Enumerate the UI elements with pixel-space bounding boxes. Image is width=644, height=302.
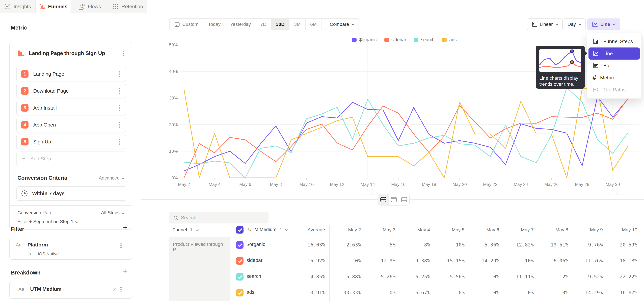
table-view-icon xyxy=(401,197,408,203)
value-cell: 33.33% xyxy=(327,290,361,296)
range-30d[interactable]: 30D xyxy=(271,19,289,30)
table-row[interactable]: search14.85%5.88%5.26%6.25%5.56%0%11.11%… xyxy=(235,269,644,285)
menu-item-line[interactable]: Line xyxy=(588,48,640,60)
range-today[interactable]: Today xyxy=(203,19,226,30)
range-custom[interactable]: Custom xyxy=(170,19,203,30)
value-cell: 0% xyxy=(431,290,464,296)
legend-item-organic[interactable]: $organic xyxy=(352,37,377,42)
row-checkbox[interactable] xyxy=(236,257,244,264)
svg-text:May 18: May 18 xyxy=(422,182,436,187)
search-input[interactable] xyxy=(181,215,262,220)
clock-icon xyxy=(22,190,28,196)
row-checkbox[interactable] xyxy=(236,289,244,296)
breakdown-kebab-icon[interactable] xyxy=(120,287,122,292)
table-search[interactable] xyxy=(169,212,268,224)
average-cell: 13.91% xyxy=(292,290,325,296)
svg-text:0%: 0% xyxy=(172,175,178,180)
funnel-step-2[interactable]: 2 Download Page xyxy=(16,84,126,98)
scale-dropdown[interactable]: Linear xyxy=(527,18,563,30)
value-cell: 15.15% xyxy=(431,258,464,264)
legend-item-sidebar[interactable]: sidebar xyxy=(384,37,406,42)
step-kebab-icon[interactable] xyxy=(119,122,121,128)
step-kebab-icon[interactable] xyxy=(119,88,121,94)
funnel-step-1[interactable]: 1 Landing Page xyxy=(16,67,126,81)
filter-value[interactable]: iOS Native xyxy=(38,251,59,256)
chart-view-icon xyxy=(390,197,397,203)
tab-insights[interactable]: Insights xyxy=(0,0,36,13)
funnel-step-5[interactable]: 5 Sign Up xyxy=(16,134,126,149)
legend-item-ads[interactable]: ads xyxy=(442,37,457,42)
funnel-step-4[interactable]: 4 App Open xyxy=(16,118,126,132)
remove-breakdown-icon[interactable] xyxy=(112,286,117,292)
app-tab-bar: Insights Funnels Flows Retention xyxy=(0,0,147,13)
step-number-badge: 4 xyxy=(21,121,28,128)
table-view-toggle[interactable] xyxy=(399,194,410,205)
date-column-header: May 2 xyxy=(327,227,361,232)
search-icon xyxy=(174,216,177,220)
tab-funnels[interactable]: Funnels xyxy=(36,0,71,13)
drag-handle-icon[interactable] xyxy=(12,288,16,290)
value-cell: 10% xyxy=(431,242,464,248)
value-cell: 20.59% xyxy=(604,242,637,248)
chart-type-dropdown[interactable]: Line xyxy=(587,18,620,30)
chart-view-toggle[interactable] xyxy=(388,194,399,205)
filter-operator[interactable]: Is xyxy=(28,251,31,256)
step-number-badge: 3 xyxy=(21,104,28,112)
filter-segment-dropdown[interactable]: Filter + Segment on Step 1 xyxy=(18,219,78,224)
svg-text:May 12: May 12 xyxy=(330,182,344,187)
split-view-toggle[interactable] xyxy=(378,194,388,205)
step-kebab-icon[interactable] xyxy=(119,71,121,77)
value-cell: 0% xyxy=(535,290,568,296)
menu-item-bar[interactable]: Bar xyxy=(588,60,640,72)
funnel-step-3[interactable]: 3 App Install xyxy=(16,101,126,115)
step-kebab-icon[interactable] xyxy=(119,139,121,144)
granularity-dropdown[interactable]: Day xyxy=(563,18,586,30)
linear-scale-icon xyxy=(532,22,537,27)
row-checkbox[interactable] xyxy=(236,273,244,280)
breakdown-card[interactable]: Aa UTM Medium xyxy=(10,281,132,299)
tab-flows[interactable]: Flows xyxy=(71,0,108,13)
conversion-rate-label: Conversion Rate xyxy=(18,210,52,216)
table-row[interactable]: ads13.91%33.33%0%16.67%0%0%0%0%14.29%16.… xyxy=(235,285,644,301)
step-kebab-icon[interactable] xyxy=(119,105,121,111)
add-breakdown-button[interactable]: + xyxy=(122,268,129,275)
compare-button[interactable]: Compare xyxy=(325,18,359,30)
filter-card[interactable]: Aa Platform Is iOS Native xyxy=(10,238,132,260)
conversion-window-setting[interactable]: Within 7 days xyxy=(16,186,126,201)
menu-item-metric[interactable]: # Metric xyxy=(588,72,640,84)
add-filter-button[interactable]: + xyxy=(122,224,129,232)
tab-retention[interactable]: Retention xyxy=(108,0,147,13)
range-yesterday[interactable]: Yesterday xyxy=(226,19,256,30)
range-7d[interactable]: 7D xyxy=(256,19,271,30)
date-column-header: May 7 xyxy=(500,227,534,232)
menu-item-funnel-steps[interactable]: Funnel Steps xyxy=(588,36,640,48)
funnel-name-cell[interactable]: Product Viewed through P… xyxy=(169,237,230,301)
svg-text:May 2: May 2 xyxy=(178,182,190,187)
row-label: sidebar xyxy=(246,258,262,263)
filter-kebab-icon[interactable] xyxy=(120,242,122,248)
filter-heading: Filter xyxy=(11,226,24,232)
legend-item-search[interactable]: search xyxy=(414,37,434,42)
metric-title-row[interactable]: Landing Page through Sign Up xyxy=(18,50,125,57)
breakdown-column-header[interactable]: UTM Medium 4 xyxy=(236,226,288,234)
line-chart-icon xyxy=(592,22,598,27)
average-column-header: Average xyxy=(292,227,325,232)
range-6m[interactable]: 6M xyxy=(306,19,322,30)
all-steps-dropdown[interactable]: All Steps xyxy=(101,210,124,216)
advanced-dropdown[interactable]: Advanced xyxy=(98,175,124,181)
split-view-icon xyxy=(380,197,387,203)
funnel-column-header[interactable]: Funnel 1 xyxy=(172,227,198,232)
value-cell: 14.29% xyxy=(569,290,603,296)
metric-kebab-icon[interactable] xyxy=(123,51,125,56)
add-step-button[interactable]: + Add Step xyxy=(16,152,126,166)
line-chart-tooltip: Line charts display trends over time. xyxy=(536,46,585,88)
table-row[interactable]: $organic16.03%2.63%5%8%10%5.36%12.82%19.… xyxy=(235,237,644,253)
menu-item-top-paths[interactable]: Top Paths xyxy=(588,84,640,96)
value-cell: 6.25% xyxy=(396,274,430,280)
svg-text:May 14: May 14 xyxy=(360,182,375,187)
range-3m[interactable]: 3M xyxy=(290,19,306,30)
table-row[interactable]: sidebar15.92%0%12.9%9.38%15.15%14.29%10%… xyxy=(235,253,644,269)
value-cell: 12.9% xyxy=(362,258,396,264)
select-all-checkbox[interactable] xyxy=(236,226,244,234)
row-checkbox[interactable] xyxy=(236,241,244,249)
